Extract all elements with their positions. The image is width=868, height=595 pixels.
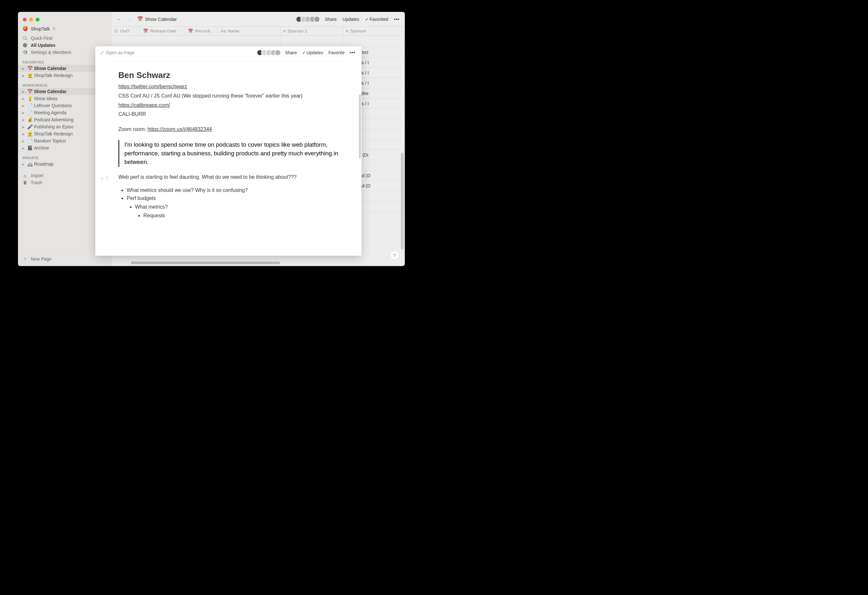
trash-icon xyxy=(22,180,28,185)
list-icon: ≡ xyxy=(283,28,286,33)
triangle-right-icon[interactable]: ▶ xyxy=(21,104,26,108)
cell-sponsor2 xyxy=(343,37,405,47)
help-button[interactable]: ? xyxy=(390,251,399,260)
text-daunting: Web perf is starting to feel daunting. W… xyxy=(118,173,338,181)
page-title: Show Calendar xyxy=(145,17,177,22)
quote-block[interactable]: I'm looking to spend some time on podcas… xyxy=(118,140,338,167)
check-icon: ✓ xyxy=(302,50,306,55)
download-icon xyxy=(22,173,28,178)
text-icon: Aa xyxy=(221,28,226,33)
close-window-icon[interactable] xyxy=(23,18,27,22)
table-row[interactable] xyxy=(112,37,405,47)
workspace-switcher[interactable]: 🍑 ShopTalk ⇅ xyxy=(18,25,111,35)
chevron-updown-icon: ⇅ xyxy=(53,27,56,31)
bullet-list[interactable]: What metrics should we use? Why is it so… xyxy=(118,186,338,219)
text-conference-line: CSS Conf AU / JS Conf AU (We stopped run… xyxy=(118,92,338,100)
expand-icon: ⤢ xyxy=(100,50,104,55)
workspace-emoji: 🍑 xyxy=(22,26,28,31)
open-as-page-button[interactable]: ⤢ Open as Page xyxy=(100,50,135,55)
table-header-row: ☑︎Out? 📅Release Date 📅Recordi… AaName ≡S… xyxy=(112,26,405,36)
triangle-right-icon[interactable]: ▶ xyxy=(21,97,26,101)
horizontal-scrollbar[interactable] xyxy=(131,262,280,264)
modal-scrollbar[interactable] xyxy=(359,94,361,158)
page-peek-modal: ⤢ Open as Page Share ✓Updates Favorite •… xyxy=(95,46,362,256)
triangle-right-icon[interactable]: ▶ xyxy=(21,147,26,150)
column-sponsor1[interactable]: ≡Sponsor 1 xyxy=(280,27,343,35)
workspace-name: ShopTalk xyxy=(31,26,50,31)
modal-updates-button[interactable]: ✓Updates xyxy=(301,49,325,56)
list-item[interactable]: Perf budgets What metrics? Requests xyxy=(127,194,338,219)
updates-button[interactable]: Updates xyxy=(341,16,360,22)
column-recording[interactable]: 📅Recordi… xyxy=(185,27,218,35)
link-zoom[interactable]: https://zoom.us/j/464832344 xyxy=(148,126,212,132)
search-icon xyxy=(22,36,28,41)
calendar-icon: 📅 xyxy=(188,28,193,33)
triangle-right-icon[interactable]: ▶ xyxy=(21,111,26,115)
cell-sponsor1 xyxy=(280,37,343,47)
avatar xyxy=(275,49,281,56)
plus-icon: ＋ xyxy=(22,256,28,262)
calendar-icon: 📅 xyxy=(143,28,148,33)
favorited-button[interactable]: ✓Favorited xyxy=(364,16,390,22)
block-handle[interactable]: + ⠿ xyxy=(100,176,108,182)
modal-share-button[interactable]: Share xyxy=(283,49,298,56)
list-icon: ≡ xyxy=(346,28,348,33)
back-button[interactable]: ← xyxy=(115,15,123,24)
plus-icon[interactable]: + xyxy=(100,176,104,182)
link-calibre[interactable]: https://calibreapp.com/ xyxy=(118,102,170,108)
more-menu-icon[interactable]: ••• xyxy=(393,16,401,22)
column-name[interactable]: AaName xyxy=(218,27,280,35)
page-icon: 📅 xyxy=(137,16,143,22)
modal-toolbar: ⤢ Open as Page Share ✓Updates Favorite •… xyxy=(95,46,362,59)
text-pronunciation: CALI-BURR xyxy=(118,110,338,118)
topbar: ← → 📅 Show Calendar Share Updates ✓Favor… xyxy=(112,12,405,26)
triangle-right-icon[interactable]: ▶ xyxy=(21,67,26,70)
list-item[interactable]: What metrics should we use? Why is it so… xyxy=(127,186,338,194)
modal-favorite-button[interactable]: Favorite xyxy=(327,49,346,56)
triangle-right-icon[interactable]: ▶ xyxy=(21,74,26,77)
column-out[interactable]: ☑︎Out? xyxy=(112,27,140,35)
triangle-right-icon[interactable]: ▶ xyxy=(21,139,26,143)
triangle-right-icon[interactable]: ▶ xyxy=(21,162,26,166)
link-twitter[interactable]: https://twitter.com/benschwarz xyxy=(118,84,187,89)
list-item[interactable]: Requests xyxy=(143,212,338,220)
triangle-right-icon[interactable]: ▶ xyxy=(21,118,26,121)
avatar xyxy=(314,16,320,22)
column-release-date[interactable]: 📅Release Date xyxy=(140,27,185,35)
column-sponsor2[interactable]: ≡Sponsor xyxy=(343,27,372,35)
vertical-scrollbar[interactable] xyxy=(401,153,403,249)
presence-avatars[interactable] xyxy=(298,16,320,22)
quick-find[interactable]: Quick Find xyxy=(18,35,111,42)
checkbox-icon: ☑︎ xyxy=(114,28,118,33)
share-button[interactable]: Share xyxy=(323,16,338,22)
maximize-window-icon[interactable] xyxy=(35,18,40,22)
minimize-window-icon[interactable] xyxy=(29,18,33,22)
triangle-right-icon[interactable]: ▶ xyxy=(21,132,26,136)
modal-content[interactable]: Ben Schwarz https://twitter.com/benschwa… xyxy=(95,61,362,256)
drag-handle-icon[interactable]: ⠿ xyxy=(105,176,108,182)
list-item[interactable]: What metrics? Requests xyxy=(135,203,338,220)
clock-icon xyxy=(22,43,28,48)
triangle-right-icon[interactable]: ▶ xyxy=(21,125,26,129)
triangle-right-icon[interactable]: ▶ xyxy=(21,90,26,93)
app-window: 🍑 ShopTalk ⇅ Quick Find All Updates Sett… xyxy=(18,12,405,266)
modal-presence-avatars[interactable] xyxy=(258,49,281,56)
gear-icon xyxy=(22,50,28,55)
heading-guest-name: Ben Schwarz xyxy=(118,70,338,80)
forward-button[interactable]: → xyxy=(126,15,134,24)
breadcrumb[interactable]: 📅 Show Calendar xyxy=(137,16,177,22)
text-zoom-room: Zoom room: https://zoom.us/j/464832344 xyxy=(118,126,338,133)
window-controls xyxy=(23,18,40,22)
check-icon: ✓ xyxy=(365,17,369,22)
modal-more-icon[interactable]: ••• xyxy=(348,49,357,56)
